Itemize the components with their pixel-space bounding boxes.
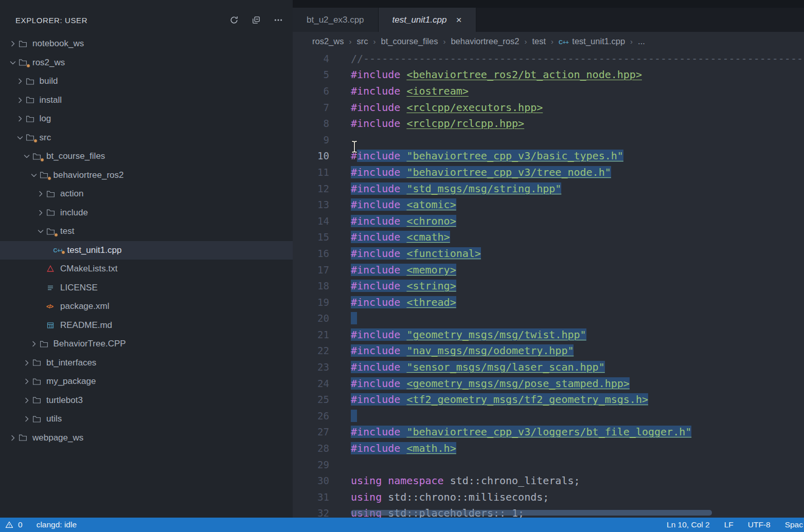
tree-item-bt_interfaces[interactable]: bt_interfaces	[0, 354, 293, 373]
encoding-indicator[interactable]: UTF-8	[748, 520, 771, 529]
indent-indicator[interactable]: Spac	[785, 520, 803, 529]
line-number[interactable]: 12	[293, 183, 329, 194]
line-number[interactable]: 5	[293, 69, 329, 80]
tree-item-turtlebot3[interactable]: turtlebot3	[0, 391, 293, 410]
chevron-right-icon[interactable]	[21, 359, 32, 367]
line-number[interactable]: 8	[293, 118, 329, 129]
code-line-12[interactable]: 12#include "std_msgs/msg/string.hpp"	[293, 180, 804, 197]
line-number[interactable]: 24	[293, 378, 329, 389]
line-number[interactable]: 23	[293, 361, 329, 373]
chevron-right-icon[interactable]	[14, 77, 26, 85]
chevron-right-icon[interactable]	[14, 96, 26, 104]
breadcrumb-item-...[interactable]: ...	[638, 36, 645, 46]
tree-item-include[interactable]: include	[0, 204, 293, 223]
tree-item-CMakeLists.txt[interactable]: CMakeLists.txt	[0, 260, 293, 279]
breadcrumb-item-test[interactable]: test	[532, 36, 546, 46]
tree-item-utils[interactable]: utils	[0, 410, 293, 429]
tree-item-install[interactable]: install	[0, 91, 293, 110]
code-line-19[interactable]: 19#include <thread>	[293, 294, 804, 310]
tree-item-my_package[interactable]: my_package	[0, 372, 293, 391]
close-icon[interactable]: ×	[456, 15, 461, 25]
breadcrumb-item-bt_course_files[interactable]: bt_course_files	[381, 36, 438, 46]
tree-item-webpage_ws[interactable]: webpage_ws	[0, 429, 293, 448]
line-number[interactable]: 19	[293, 297, 329, 308]
horizontal-scrollbar[interactable]	[351, 510, 712, 516]
tree-item-ros2_ws[interactable]: ros2_ws	[0, 53, 293, 72]
chevron-right-icon[interactable]	[21, 377, 32, 386]
code-line-11[interactable]: 11#include "behaviortree_cpp_v3/tree_nod…	[293, 164, 804, 180]
chevron-down-icon[interactable]	[14, 134, 26, 142]
code-editor[interactable]: 4//-------------------------------------…	[293, 50, 804, 518]
code-line-21[interactable]: 21#include "geometry_msgs/msg/twist.hpp"	[293, 326, 804, 343]
more-actions-icon[interactable]	[273, 15, 283, 25]
code-line-26[interactable]: 26	[293, 408, 804, 424]
line-number[interactable]: 28	[293, 443, 329, 454]
tree-item-test_unit1.cpp[interactable]: C++test_unit1.cpp	[0, 241, 293, 260]
chevron-right-icon[interactable]	[14, 115, 26, 123]
eol-indicator[interactable]: LF	[724, 520, 734, 529]
tree-item-behaviortree_ros2[interactable]: behaviortree_ros2	[0, 166, 293, 185]
tab-bt_u2_ex3[interactable]: bt_u2_ex3.cpp	[293, 8, 379, 32]
code-line-10[interactable]: 10#include "behaviortree_cpp_v3/basic_ty…	[293, 148, 804, 164]
code-line-16[interactable]: 16#include <functional>	[293, 245, 804, 262]
code-line-13[interactable]: 13#include <atomic>	[293, 196, 804, 213]
tree-item-BehaviorTree.CPP[interactable]: BehaviorTree.CPP	[0, 335, 293, 354]
line-number[interactable]: 13	[293, 199, 329, 210]
code-line-24[interactable]: 24#include <geometry_msgs/msg/pose_stamp…	[293, 375, 804, 392]
line-number[interactable]: 27	[293, 426, 329, 437]
line-number[interactable]: 26	[293, 410, 329, 421]
code-line-17[interactable]: 17#include <memory>	[293, 262, 804, 278]
line-number[interactable]: 10	[293, 150, 329, 161]
code-line-7[interactable]: 7#include <rclcpp/executors.hpp>	[293, 99, 804, 116]
tree-item-notebook_ws[interactable]: notebook_ws	[0, 34, 293, 53]
tree-item-test[interactable]: test	[0, 222, 293, 241]
code-line-29[interactable]: 29	[293, 456, 804, 473]
code-line-18[interactable]: 18#include <string>	[293, 278, 804, 294]
line-number[interactable]: 7	[293, 102, 329, 113]
chevron-right-icon[interactable]	[35, 190, 46, 198]
line-number[interactable]: 31	[293, 491, 329, 503]
breadcrumb-item-behaviortree_ros2[interactable]: behaviortree_ros2	[451, 36, 519, 46]
line-number[interactable]: 6	[293, 85, 329, 97]
code-line-4[interactable]: 4//-------------------------------------…	[293, 50, 804, 67]
code-line-15[interactable]: 15#include <cmath>	[293, 229, 804, 246]
line-number[interactable]: 4	[293, 53, 329, 64]
tree-item-LICENSE[interactable]: LICENSE	[0, 279, 293, 298]
line-number[interactable]: 21	[293, 329, 329, 340]
chevron-right-icon[interactable]	[21, 396, 32, 405]
chevron-right-icon[interactable]	[7, 434, 19, 442]
code-line-27[interactable]: 27#include "behaviortree_cpp_v3/loggers/…	[293, 424, 804, 441]
code-line-8[interactable]: 8#include <rclcpp/rclcpp.hpp>	[293, 115, 804, 132]
code-line-22[interactable]: 22#include "nav_msgs/msg/odometry.hpp"	[293, 343, 804, 359]
tree-item-action[interactable]: action	[0, 185, 293, 204]
chevron-right-icon[interactable]	[7, 40, 19, 48]
refresh-icon[interactable]	[229, 15, 239, 25]
chevron-right-icon[interactable]	[35, 209, 46, 217]
chevron-right-icon[interactable]	[21, 415, 32, 423]
line-number[interactable]: 32	[293, 507, 329, 518]
tree-item-src[interactable]: src	[0, 129, 293, 148]
line-number[interactable]: 25	[293, 394, 329, 405]
tree-item-bt_course_files[interactable]: bt_course_files	[0, 147, 293, 166]
code-line-23[interactable]: 23#include "sensor_msgs/msg/laser_scan.h…	[293, 359, 804, 375]
breadcrumb-item-src[interactable]: src	[356, 36, 368, 46]
line-number[interactable]: 29	[293, 459, 329, 470]
code-line-5[interactable]: 5#include <behaviortree_ros2/bt_action_n…	[293, 67, 804, 83]
line-number[interactable]: 18	[293, 280, 329, 291]
cursor-position[interactable]: Ln 10, Col 2	[667, 520, 710, 529]
code-line-14[interactable]: 14#include <chrono>	[293, 213, 804, 229]
code-line-6[interactable]: 6#include <iostream>	[293, 83, 804, 99]
tree-item-log[interactable]: log	[0, 109, 293, 129]
code-line-20[interactable]: 20	[293, 310, 804, 327]
code-line-28[interactable]: 28#include <math.h>	[293, 440, 804, 456]
code-line-25[interactable]: 25#include <tf2_geometry_msgs/tf2_geomet…	[293, 391, 804, 408]
tree-item-README.md[interactable]: README.md	[0, 316, 293, 335]
tree-item-build[interactable]: build	[0, 72, 293, 91]
line-number[interactable]: 15	[293, 231, 329, 243]
line-number[interactable]: 17	[293, 264, 329, 276]
breadcrumb-item-test_unit1.cpp[interactable]: C++test_unit1.cpp	[559, 36, 625, 46]
line-number[interactable]: 30	[293, 475, 329, 486]
chevron-down-icon[interactable]	[28, 171, 40, 179]
chevron-right-icon[interactable]	[28, 340, 40, 348]
code-line-9[interactable]: 9	[293, 132, 804, 148]
